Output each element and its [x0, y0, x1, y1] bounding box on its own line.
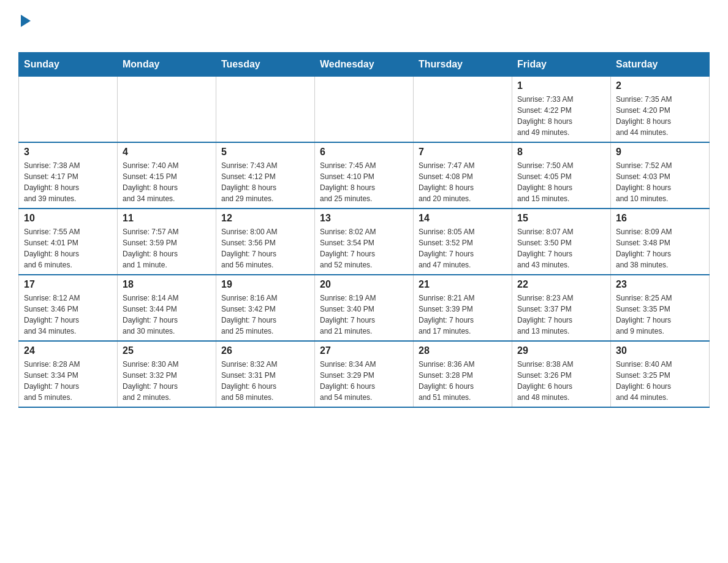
day-info: Sunrise: 8:12 AM Sunset: 3:46 PM Dayligh…	[24, 293, 112, 337]
day-info: Sunrise: 8:09 AM Sunset: 3:48 PM Dayligh…	[616, 226, 704, 270]
day-number: 22	[517, 279, 605, 290]
calendar-cell: 1Sunrise: 7:33 AM Sunset: 4:22 PM Daylig…	[512, 77, 611, 143]
calendar-cell: 5Sunrise: 7:43 AM Sunset: 4:12 PM Daylig…	[216, 142, 315, 209]
calendar-cell: 14Sunrise: 8:05 AM Sunset: 3:52 PM Dayli…	[414, 209, 512, 275]
calendar-cell: 23Sunrise: 8:25 AM Sunset: 3:35 PM Dayli…	[611, 275, 710, 341]
weekday-header-wednesday: Wednesday	[315, 53, 414, 77]
day-info: Sunrise: 8:23 AM Sunset: 3:37 PM Dayligh…	[517, 293, 605, 337]
calendar-cell: 4Sunrise: 7:40 AM Sunset: 4:15 PM Daylig…	[118, 142, 216, 209]
calendar-cell: 24Sunrise: 8:28 AM Sunset: 3:34 PM Dayli…	[19, 341, 118, 407]
calendar-cell: 9Sunrise: 7:52 AM Sunset: 4:03 PM Daylig…	[611, 142, 710, 209]
calendar-cell: 8Sunrise: 7:50 AM Sunset: 4:05 PM Daylig…	[512, 142, 611, 209]
calendar-cell: 30Sunrise: 8:40 AM Sunset: 3:25 PM Dayli…	[611, 341, 710, 407]
weekday-header-friday: Friday	[512, 53, 611, 77]
day-number: 14	[419, 213, 507, 224]
day-info: Sunrise: 7:55 AM Sunset: 4:01 PM Dayligh…	[24, 226, 112, 270]
day-info: Sunrise: 7:50 AM Sunset: 4:05 PM Dayligh…	[517, 160, 605, 204]
calendar-cell: 12Sunrise: 8:00 AM Sunset: 3:56 PM Dayli…	[216, 209, 315, 275]
calendar-cell	[19, 77, 118, 143]
day-number: 20	[320, 279, 408, 290]
day-number: 4	[123, 147, 211, 158]
day-info: Sunrise: 7:43 AM Sunset: 4:12 PM Dayligh…	[221, 160, 309, 204]
day-number: 28	[419, 345, 507, 356]
calendar-cell: 20Sunrise: 8:19 AM Sunset: 3:40 PM Dayli…	[315, 275, 414, 341]
day-info: Sunrise: 8:05 AM Sunset: 3:52 PM Dayligh…	[419, 226, 507, 270]
calendar-week-row: 24Sunrise: 8:28 AM Sunset: 3:34 PM Dayli…	[19, 341, 710, 407]
calendar-cell: 15Sunrise: 8:07 AM Sunset: 3:50 PM Dayli…	[512, 209, 611, 275]
day-info: Sunrise: 7:45 AM Sunset: 4:10 PM Dayligh…	[320, 160, 408, 204]
day-info: Sunrise: 8:07 AM Sunset: 3:50 PM Dayligh…	[517, 226, 605, 270]
day-info: Sunrise: 8:38 AM Sunset: 3:26 PM Dayligh…	[517, 359, 605, 403]
weekday-header-tuesday: Tuesday	[216, 53, 315, 77]
calendar-cell: 28Sunrise: 8:36 AM Sunset: 3:28 PM Dayli…	[414, 341, 512, 407]
calendar-cell: 6Sunrise: 7:45 AM Sunset: 4:10 PM Daylig…	[315, 142, 414, 209]
day-number: 30	[616, 345, 704, 356]
day-info: Sunrise: 8:28 AM Sunset: 3:34 PM Dayligh…	[24, 359, 112, 403]
day-number: 21	[419, 279, 507, 290]
day-number: 25	[123, 345, 211, 356]
calendar-cell	[216, 77, 315, 143]
day-info: Sunrise: 8:14 AM Sunset: 3:44 PM Dayligh…	[123, 293, 211, 337]
calendar-cell: 7Sunrise: 7:47 AM Sunset: 4:08 PM Daylig…	[414, 142, 512, 209]
day-number: 18	[123, 279, 211, 290]
day-number: 29	[517, 345, 605, 356]
day-number: 8	[517, 147, 605, 158]
day-number: 17	[24, 279, 112, 290]
day-number: 1	[517, 80, 605, 91]
day-number: 26	[221, 345, 309, 356]
day-info: Sunrise: 8:32 AM Sunset: 3:31 PM Dayligh…	[221, 359, 309, 403]
calendar-cell: 29Sunrise: 8:38 AM Sunset: 3:26 PM Dayli…	[512, 341, 611, 407]
day-info: Sunrise: 7:35 AM Sunset: 4:20 PM Dayligh…	[616, 94, 704, 138]
weekday-header-sunday: Sunday	[19, 53, 118, 77]
day-info: Sunrise: 7:33 AM Sunset: 4:22 PM Dayligh…	[517, 94, 605, 138]
weekday-header-monday: Monday	[118, 53, 216, 77]
calendar-cell: 18Sunrise: 8:14 AM Sunset: 3:44 PM Dayli…	[118, 275, 216, 341]
day-number: 10	[24, 213, 112, 224]
calendar-week-row: 1Sunrise: 7:33 AM Sunset: 4:22 PM Daylig…	[19, 77, 710, 143]
calendar-cell: 11Sunrise: 7:57 AM Sunset: 3:59 PM Dayli…	[118, 209, 216, 275]
day-info: Sunrise: 7:38 AM Sunset: 4:17 PM Dayligh…	[24, 160, 112, 204]
day-info: Sunrise: 8:02 AM Sunset: 3:54 PM Dayligh…	[320, 226, 408, 270]
day-number: 15	[517, 213, 605, 224]
day-number: 24	[24, 345, 112, 356]
day-number: 16	[616, 213, 704, 224]
day-number: 5	[221, 147, 309, 158]
calendar-week-row: 10Sunrise: 7:55 AM Sunset: 4:01 PM Dayli…	[19, 209, 710, 275]
calendar-week-row: 17Sunrise: 8:12 AM Sunset: 3:46 PM Dayli…	[19, 275, 710, 341]
day-info: Sunrise: 8:16 AM Sunset: 3:42 PM Dayligh…	[221, 293, 309, 337]
day-number: 12	[221, 213, 309, 224]
calendar-cell: 16Sunrise: 8:09 AM Sunset: 3:48 PM Dayli…	[611, 209, 710, 275]
logo-arrow-icon	[21, 15, 31, 27]
day-info: Sunrise: 8:36 AM Sunset: 3:28 PM Dayligh…	[419, 359, 507, 403]
calendar-cell: 2Sunrise: 7:35 AM Sunset: 4:20 PM Daylig…	[611, 77, 710, 143]
weekday-header-thursday: Thursday	[414, 53, 512, 77]
calendar-cell: 10Sunrise: 7:55 AM Sunset: 4:01 PM Dayli…	[19, 209, 118, 275]
calendar-cell	[315, 77, 414, 143]
calendar-cell: 21Sunrise: 8:21 AM Sunset: 3:39 PM Dayli…	[414, 275, 512, 341]
day-number: 7	[419, 147, 507, 158]
weekday-header-saturday: Saturday	[611, 53, 710, 77]
calendar-cell: 27Sunrise: 8:34 AM Sunset: 3:29 PM Dayli…	[315, 341, 414, 407]
day-info: Sunrise: 8:00 AM Sunset: 3:56 PM Dayligh…	[221, 226, 309, 270]
day-info: Sunrise: 8:40 AM Sunset: 3:25 PM Dayligh…	[616, 359, 704, 403]
day-info: Sunrise: 7:40 AM Sunset: 4:15 PM Dayligh…	[123, 160, 211, 204]
day-number: 13	[320, 213, 408, 224]
calendar-cell: 3Sunrise: 7:38 AM Sunset: 4:17 PM Daylig…	[19, 142, 118, 209]
day-number: 23	[616, 279, 704, 290]
day-number: 3	[24, 147, 112, 158]
calendar-week-row: 3Sunrise: 7:38 AM Sunset: 4:17 PM Daylig…	[19, 142, 710, 209]
calendar-cell	[118, 77, 216, 143]
day-number: 6	[320, 147, 408, 158]
logo	[18, 12, 31, 46]
calendar-cell: 17Sunrise: 8:12 AM Sunset: 3:46 PM Dayli…	[19, 275, 118, 341]
day-number: 19	[221, 279, 309, 290]
day-info: Sunrise: 8:21 AM Sunset: 3:39 PM Dayligh…	[419, 293, 507, 337]
page-header	[18, 12, 710, 46]
calendar-cell: 19Sunrise: 8:16 AM Sunset: 3:42 PM Dayli…	[216, 275, 315, 341]
calendar-cell: 13Sunrise: 8:02 AM Sunset: 3:54 PM Dayli…	[315, 209, 414, 275]
day-number: 11	[123, 213, 211, 224]
day-info: Sunrise: 7:52 AM Sunset: 4:03 PM Dayligh…	[616, 160, 704, 204]
calendar-cell	[414, 77, 512, 143]
calendar-header-row: SundayMondayTuesdayWednesdayThursdayFrid…	[19, 53, 710, 77]
day-number: 2	[616, 80, 704, 91]
